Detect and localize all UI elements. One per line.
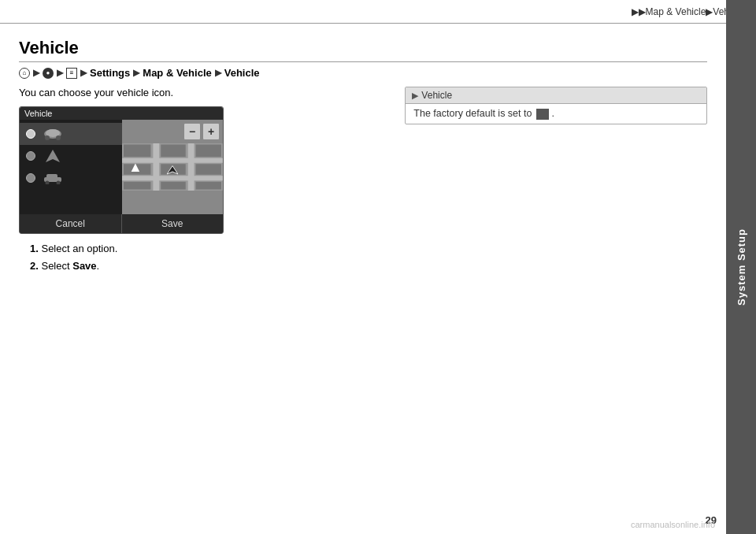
svg-rect-14: [124, 145, 150, 158]
step-1-text: Select an option.: [41, 243, 117, 254]
info-box: ▶ Vehicle The factory default is set to …: [405, 87, 707, 124]
intro-text: You can choose your vehicle icon.: [19, 87, 381, 98]
radio-2[interactable]: [26, 151, 35, 161]
info-body-text: The factory default is set to: [413, 108, 532, 119]
step-2-number: 2.: [30, 260, 39, 272]
zoom-out-button[interactable]: −: [183, 123, 201, 140]
nav-icon: ●: [43, 68, 54, 79]
default-vehicle-icon: [536, 109, 549, 120]
menu-icon: ≡: [66, 68, 77, 79]
map-controls: − +: [183, 123, 220, 140]
svg-marker-4: [46, 150, 60, 162]
vehicle-options-list: [20, 120, 122, 214]
svg-rect-12: [153, 143, 159, 191]
map-preview: − +: [122, 120, 223, 214]
info-box-title: Vehicle: [421, 90, 452, 101]
content-columns: You can choose your vehicle icon. Vehicl…: [19, 87, 707, 275]
save-button[interactable]: Save: [122, 214, 224, 233]
main-content: Vehicle ⌂ ▶ ● ▶ ≡ ▶ Settings ▶ Map & Veh…: [0, 24, 726, 534]
breadcrumb: ⌂ ▶ ● ▶ ≡ ▶ Settings ▶ Map & Vehicle ▶ V…: [19, 67, 707, 79]
vehicle-icon-3: [42, 170, 64, 186]
breadcrumb-settings: Settings: [90, 67, 130, 79]
svg-rect-19: [196, 164, 221, 175]
svg-point-3: [56, 135, 61, 140]
vehicle-icon-2: [42, 148, 64, 164]
page-title: Vehicle: [19, 38, 707, 62]
svg-rect-20: [124, 182, 150, 190]
step-2-text: Select Save.: [41, 260, 99, 272]
watermark: carmanualsonline.info: [631, 520, 715, 529]
svg-rect-22: [196, 182, 221, 190]
svg-rect-11: [122, 176, 223, 180]
vehicle-ui-header: Vehicle: [20, 107, 223, 120]
svg-rect-6: [46, 174, 57, 179]
svg-rect-16: [196, 145, 221, 158]
vehicle-icon-1: [42, 126, 64, 142]
radio-1[interactable]: [26, 129, 35, 139]
vehicle-ui-body: − +: [20, 120, 223, 214]
breadcrumb-map-vehicle: Map & Vehicle: [143, 67, 211, 79]
info-box-header: ▶ Vehicle: [406, 87, 706, 104]
svg-rect-15: [161, 145, 186, 158]
zoom-in-button[interactable]: +: [202, 123, 220, 140]
sidebar-label: System Setup: [736, 228, 747, 306]
breadcrumb-vehicle: Vehicle: [224, 67, 260, 79]
home-icon: ⌂: [19, 68, 30, 79]
vehicle-ui-footer: Cancel Save: [20, 214, 223, 233]
info-body-suffix: .: [551, 108, 554, 119]
info-box-body: The factory default is set to .: [406, 104, 706, 124]
right-sidebar: System Setup: [726, 0, 756, 534]
svg-point-2: [45, 135, 50, 140]
vehicle-option-1[interactable]: [20, 123, 122, 145]
cancel-button[interactable]: Cancel: [20, 214, 122, 233]
radio-3[interactable]: [26, 173, 35, 183]
vehicle-option-3[interactable]: [20, 167, 122, 189]
steps-list: 1. Select an option. 2. Select Save.: [30, 240, 381, 275]
svg-rect-21: [161, 182, 186, 190]
vehicle-option-2[interactable]: [20, 145, 122, 167]
left-column: You can choose your vehicle icon. Vehicl…: [19, 87, 381, 275]
direction-arrow: ▲: [128, 159, 143, 176]
step-2: 2. Select Save.: [30, 258, 381, 275]
info-icon: ▶: [412, 91, 418, 101]
top-header: ▶▶Map & Vehicle▶Vehicle: [0, 0, 756, 24]
step-1-number: 1.: [30, 243, 39, 254]
step-1: 1. Select an option.: [30, 240, 381, 258]
svg-rect-13: [188, 143, 195, 191]
vehicle-ui-mockup: Vehicle: [19, 106, 224, 234]
right-column: ▶ Vehicle The factory default is set to …: [405, 87, 707, 275]
